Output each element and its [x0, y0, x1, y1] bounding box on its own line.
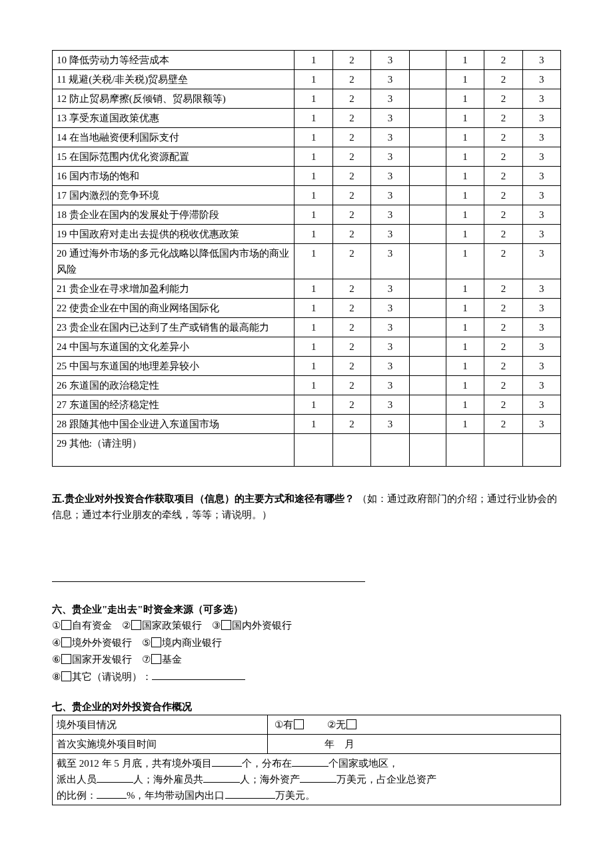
- scale-cell[interactable]: 1: [295, 244, 332, 279]
- scale-cell[interactable]: 1: [295, 357, 332, 376]
- scale-cell[interactable]: 3: [522, 415, 560, 434]
- scale-cell[interactable]: 3: [371, 357, 409, 376]
- scale-cell[interactable]: 2: [484, 244, 522, 279]
- scale-cell[interactable]: 1: [446, 109, 484, 128]
- scale-cell[interactable]: 3: [371, 376, 409, 395]
- scale-cell[interactable]: 3: [371, 337, 409, 357]
- scale-cell[interactable]: 2: [332, 167, 370, 186]
- scale-cell[interactable]: 1: [446, 147, 484, 167]
- scale-cell[interactable]: 2: [484, 70, 522, 89]
- scale-cell[interactable]: 1: [295, 205, 332, 225]
- scale-cell[interactable]: 3: [371, 186, 409, 205]
- checkbox-icon[interactable]: [61, 654, 71, 664]
- scale-cell[interactable]: 1: [295, 70, 332, 89]
- scale-cell[interactable]: 3: [371, 128, 409, 147]
- q7-blank[interactable]: [292, 756, 328, 767]
- scale-cell[interactable]: 1: [446, 279, 484, 299]
- scale-cell[interactable]: 2: [484, 337, 522, 357]
- scale-cell[interactable]: 3: [522, 318, 560, 337]
- scale-cell[interactable]: 1: [295, 337, 332, 357]
- scale-cell[interactable]: 2: [484, 318, 522, 337]
- scale-cell[interactable]: 3: [522, 147, 560, 167]
- checkbox-icon[interactable]: [61, 620, 71, 630]
- scale-cell[interactable]: 2: [484, 51, 522, 70]
- q6-opt-2[interactable]: ②国家政策银行: [122, 620, 202, 631]
- scale-cell[interactable]: 3: [371, 299, 409, 318]
- scale-cell[interactable]: 1: [295, 299, 332, 318]
- scale-cell[interactable]: 2: [484, 225, 522, 244]
- scale-cell[interactable]: 2: [484, 186, 522, 205]
- scale-cell[interactable]: 3: [522, 89, 560, 109]
- scale-cell[interactable]: 3: [522, 109, 560, 128]
- scale-cell[interactable]: [484, 434, 522, 467]
- scale-cell[interactable]: 1: [295, 51, 332, 70]
- checkbox-icon[interactable]: [61, 637, 71, 647]
- scale-cell[interactable]: 1: [446, 357, 484, 376]
- scale-cell[interactable]: 1: [295, 415, 332, 434]
- scale-cell[interactable]: 1: [295, 279, 332, 299]
- scale-cell[interactable]: 2: [332, 318, 370, 337]
- scale-cell[interactable]: 3: [522, 395, 560, 415]
- scale-cell[interactable]: [371, 434, 409, 467]
- scale-cell[interactable]: [332, 434, 370, 467]
- scale-cell[interactable]: 3: [522, 205, 560, 225]
- scale-cell[interactable]: 3: [522, 186, 560, 205]
- scale-cell[interactable]: 2: [484, 395, 522, 415]
- scale-cell[interactable]: 3: [371, 225, 409, 244]
- scale-cell[interactable]: 1: [446, 376, 484, 395]
- scale-cell[interactable]: 3: [371, 279, 409, 299]
- scale-cell[interactable]: 2: [332, 70, 370, 89]
- scale-cell[interactable]: 2: [332, 186, 370, 205]
- scale-cell[interactable]: 1: [295, 167, 332, 186]
- scale-cell[interactable]: 1: [446, 70, 484, 89]
- scale-cell[interactable]: 2: [332, 205, 370, 225]
- scale-cell[interactable]: 2: [332, 279, 370, 299]
- scale-cell[interactable]: 3: [371, 89, 409, 109]
- scale-cell[interactable]: 1: [446, 395, 484, 415]
- scale-cell[interactable]: 2: [484, 205, 522, 225]
- scale-cell[interactable]: 2: [332, 128, 370, 147]
- q6-opt-6[interactable]: ⑥国家开发银行: [52, 654, 132, 665]
- scale-cell[interactable]: 1: [295, 318, 332, 337]
- scale-cell[interactable]: 2: [484, 279, 522, 299]
- scale-cell[interactable]: 2: [332, 299, 370, 318]
- q7-blank[interactable]: [225, 788, 275, 799]
- scale-cell[interactable]: 1: [295, 89, 332, 109]
- checkbox-icon[interactable]: [294, 719, 304, 729]
- checkbox-icon[interactable]: [151, 637, 161, 647]
- q6-opt-5[interactable]: ⑤境内商业银行: [142, 637, 222, 648]
- scale-cell[interactable]: 2: [484, 109, 522, 128]
- scale-cell[interactable]: 1: [446, 225, 484, 244]
- scale-cell[interactable]: 3: [371, 167, 409, 186]
- scale-cell[interactable]: 1: [446, 186, 484, 205]
- scale-cell[interactable]: 3: [371, 147, 409, 167]
- scale-cell[interactable]: 2: [332, 337, 370, 357]
- q6-opt-8[interactable]: ⑧其它（请说明）：: [52, 671, 245, 682]
- scale-cell[interactable]: 3: [522, 167, 560, 186]
- scale-cell[interactable]: 1: [295, 186, 332, 205]
- scale-cell[interactable]: 1: [295, 109, 332, 128]
- scale-cell[interactable]: 1: [446, 299, 484, 318]
- scale-cell[interactable]: 3: [522, 357, 560, 376]
- scale-cell[interactable]: 3: [522, 337, 560, 357]
- scale-cell[interactable]: 1: [295, 395, 332, 415]
- scale-cell[interactable]: 1: [295, 376, 332, 395]
- scale-cell[interactable]: 2: [332, 376, 370, 395]
- scale-cell[interactable]: 1: [446, 128, 484, 147]
- checkbox-icon[interactable]: [131, 620, 141, 630]
- scale-cell[interactable]: 3: [522, 299, 560, 318]
- scale-cell[interactable]: 1: [446, 205, 484, 225]
- scale-cell[interactable]: 2: [332, 89, 370, 109]
- checkbox-icon[interactable]: [61, 671, 71, 681]
- q6-opt-4[interactable]: ④境外外资银行: [52, 637, 132, 648]
- scale-cell[interactable]: 1: [446, 244, 484, 279]
- scale-cell[interactable]: 2: [484, 376, 522, 395]
- scale-cell[interactable]: 3: [371, 70, 409, 89]
- scale-cell[interactable]: 2: [332, 395, 370, 415]
- scale-cell[interactable]: 3: [522, 244, 560, 279]
- scale-cell[interactable]: 3: [371, 109, 409, 128]
- scale-cell[interactable]: 2: [332, 225, 370, 244]
- checkbox-icon[interactable]: [151, 654, 161, 664]
- scale-cell[interactable]: 3: [522, 376, 560, 395]
- scale-cell[interactable]: 2: [484, 415, 522, 434]
